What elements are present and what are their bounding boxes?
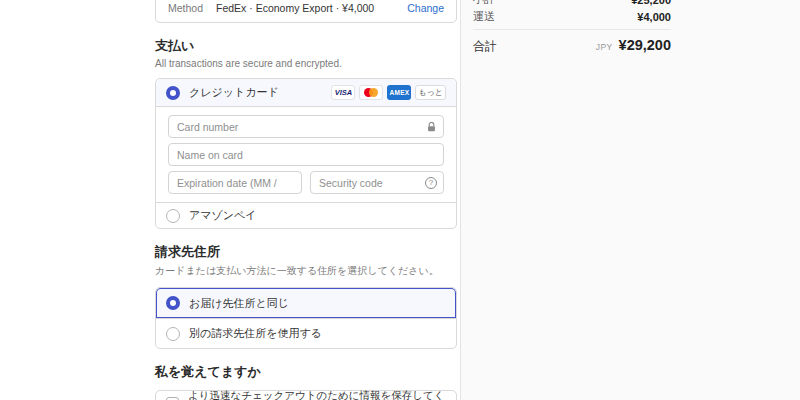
save-info-option[interactable]: より迅速なチェックアウトのために情報を保存してください (156, 391, 456, 400)
billing-subtext: カードまたは支払い方法に一致する住所を選択してください。 (155, 264, 457, 278)
shipping-method-row: Method FedEx · Economy Export · ¥4,000 C… (156, 0, 456, 22)
billing-same-address-label: お届け先住所と同じ (189, 296, 289, 311)
shipping-cost-value: ¥4,000 (637, 11, 671, 23)
change-method-link[interactable]: Change (407, 2, 444, 14)
amex-icon: AMEX (387, 85, 411, 100)
visa-icon: VISA (331, 85, 355, 100)
name-on-card-input[interactable] (168, 143, 444, 166)
shipping-cost-row: 運送 ¥4,000 (473, 8, 671, 25)
method-label: Method (168, 2, 216, 14)
credit-card-radio[interactable] (166, 86, 180, 100)
order-summary-totals: 小計 ¥25,200 運送 ¥4,000 合計 JPY ¥29,200 (473, 0, 671, 55)
total-value: ¥29,200 (619, 37, 671, 53)
subtotal-value: ¥25,200 (631, 0, 671, 6)
amazon-pay-option[interactable]: アマゾンペイ (156, 202, 456, 228)
amazon-pay-label: アマゾンペイ (189, 208, 257, 223)
billing-same-address-option[interactable]: お届け先住所と同じ (156, 288, 456, 318)
save-info-checkbox[interactable] (166, 397, 179, 400)
billing-heading: 請求先住所 (155, 243, 457, 261)
billing-different-address-label: 別の請求先住所を使用する (189, 326, 322, 341)
billing-different-address-option[interactable]: 別の請求先住所を使用する (156, 318, 456, 348)
credit-card-label: クレジットカード (189, 85, 279, 100)
mastercard-icon (359, 85, 383, 100)
more-cards-badge[interactable]: もっと (415, 85, 446, 100)
checkout-page: Method FedEx · Economy Export · ¥4,000 C… (0, 0, 800, 400)
credit-card-fields: ? (156, 107, 456, 202)
total-label: 合計 (473, 38, 497, 55)
amazon-pay-radio[interactable] (166, 209, 180, 223)
payment-heading: 支払い (155, 37, 457, 55)
method-value: FedEx · Economy Export · ¥4,000 (216, 2, 407, 14)
remember-me-widget: より迅速なチェックアウトのために情報を保存してください (155, 390, 457, 400)
security-info-icon: ? (425, 177, 437, 189)
card-brand-icons: VISA AMEX もっと (331, 85, 446, 100)
lock-icon (426, 121, 437, 132)
subtotal-label: 小計 (473, 0, 495, 7)
billing-address-widget: お届け先住所と同じ 別の請求先住所を使用する (155, 287, 457, 349)
payment-method-widget: クレジットカード VISA AMEX もっと (155, 78, 457, 229)
remember-me-heading: 私を覚えてますか (155, 363, 457, 381)
order-summary-panel: 小計 ¥25,200 運送 ¥4,000 合計 JPY ¥29,200 (460, 0, 800, 400)
secure-note: All transactions are secure and encrypte… (155, 58, 457, 69)
order-review-box: Method FedEx · Economy Export · ¥4,000 C… (155, 0, 457, 23)
subtotal-row: 小計 ¥25,200 (473, 0, 671, 8)
security-code-input[interactable] (310, 171, 444, 194)
credit-card-option[interactable]: クレジットカード VISA AMEX もっと (156, 79, 456, 107)
save-info-label: より迅速なチェックアウトのために情報を保存してください (188, 389, 446, 400)
checkout-main: Method FedEx · Economy Export · ¥4,000 C… (155, 0, 457, 400)
currency-code: JPY (596, 42, 613, 52)
total-row: 合計 JPY ¥29,200 (473, 29, 671, 55)
card-number-input[interactable] (168, 115, 444, 138)
billing-different-address-radio[interactable] (166, 327, 180, 341)
shipping-cost-label: 運送 (473, 9, 495, 24)
expiration-date-input[interactable] (168, 171, 302, 194)
billing-same-address-radio[interactable] (166, 296, 180, 310)
